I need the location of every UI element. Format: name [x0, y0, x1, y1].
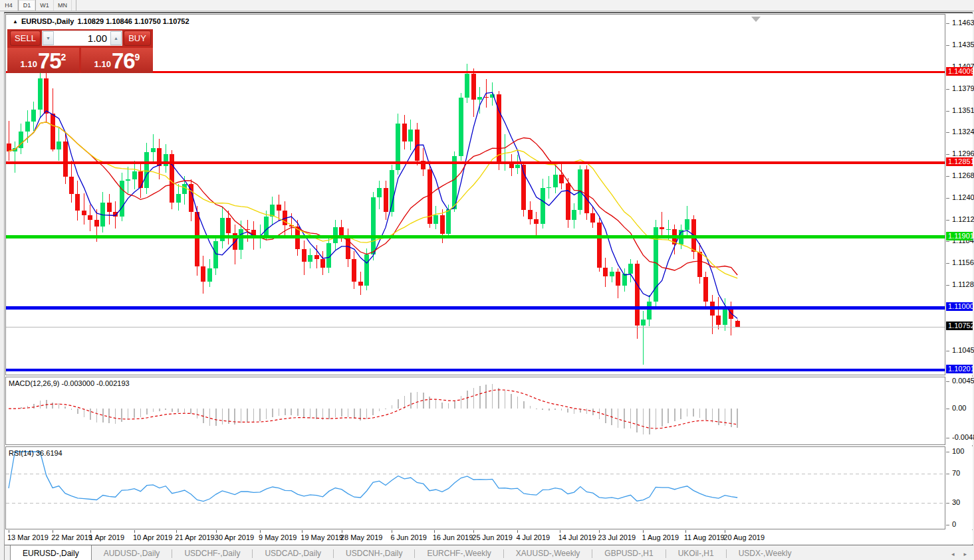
- date-label: 4 Jul 2019: [516, 533, 550, 541]
- price-tick-label: 1.10450: [952, 346, 974, 354]
- volume-increase-button[interactable]: ▲: [110, 31, 122, 45]
- hline-price-label: 1.12851: [946, 157, 973, 166]
- hline-price-label: 1.14009: [946, 67, 973, 76]
- axis-tick-mark: [946, 263, 949, 264]
- date-label: 20 Aug 2019: [723, 533, 765, 541]
- macd-tick-label: 0.004517: [952, 377, 974, 385]
- symbol-tab-usdcad-daily[interactable]: USDCAD-,Daily: [253, 545, 333, 560]
- date-tick-mark: [560, 530, 560, 533]
- chart-shift-marker-icon[interactable]: [751, 17, 761, 22]
- timeframe-toolbar: H4D1W1MN: [0, 0, 974, 11]
- symbol-tabbar: EURUSD-,DailyAUDUSD-,DailyUSDCHF-,DailyU…: [5, 545, 973, 560]
- date-label: 16 Jun 2019: [433, 533, 473, 541]
- symbol-tab-usdcnh-daily[interactable]: USDCNH-,Daily: [334, 545, 414, 560]
- chart-window: ▲ EURUSD-,Daily 1.10829 1.10846 1.10750 …: [4, 12, 973, 560]
- macd-tick-label: -0.004806: [952, 433, 974, 441]
- axis-tick-mark: [946, 45, 949, 46]
- price-axis[interactable]: 1.146351.143551.140751.137951.135151.132…: [946, 14, 973, 375]
- sell-button[interactable]: SELL: [10, 31, 41, 46]
- price-tick-label: 1.13795: [952, 84, 974, 92]
- date-axis[interactable]: 13 Mar 201922 Mar 20191 Apr 201910 Apr 2…: [5, 530, 973, 544]
- one-click-trading-panel: SELL ▼ 1.00 ▲ BUY 1.10 75 2 1.10 76 9: [7, 29, 153, 73]
- date-label: 13 Mar 2019: [7, 533, 49, 541]
- price-tick-label: 1.11565: [952, 258, 974, 266]
- symbol-tab-xauusd-weekly[interactable]: XAUUSD-,Weekly: [504, 545, 592, 560]
- sell-price-prefix: 1.10: [21, 58, 37, 71]
- axis-tick-mark: [946, 23, 949, 24]
- price-chart-panel[interactable]: ▲ EURUSD-,Daily 1.10829 1.10846 1.10750 …: [5, 14, 945, 375]
- rsi-value: 36.6194: [36, 449, 62, 457]
- current-price-label: 1.10752: [946, 322, 973, 330]
- symbol-tab-eurchf-weekly[interactable]: EURCHF-,Weekly: [415, 545, 503, 560]
- chart-title: ▲ EURUSD-,Daily 1.10829 1.10846 1.10750 …: [13, 17, 189, 25]
- timeframe-button-w1[interactable]: W1: [36, 0, 54, 11]
- date-label: 10 Apr 2019: [133, 533, 172, 541]
- axis-tick-mark: [946, 154, 949, 155]
- sell-price-sup: 2: [61, 54, 66, 60]
- price-tick-label: 1.13240: [952, 128, 974, 136]
- rsi-tick-label: 100: [952, 447, 964, 455]
- macd-chart: [6, 377, 945, 444]
- axis-tick-mark: [946, 132, 949, 133]
- symbol-tab-usdx-weekly[interactable]: USDX-,Weekly: [727, 545, 804, 560]
- buy-price-big: 76: [112, 51, 135, 71]
- axis-tick-mark: [946, 409, 949, 409]
- date-tick-mark: [392, 530, 392, 533]
- toolbar-separator: [76, 0, 76, 11]
- axis-tick-mark: [946, 503, 949, 504]
- date-label: 19 May 2019: [301, 533, 343, 541]
- axis-tick-mark: [946, 220, 949, 221]
- sell-price-display[interactable]: 1.10 75 2: [7, 48, 79, 73]
- date-label: 14 Jul 2019: [558, 533, 596, 541]
- date-tick-mark: [9, 530, 9, 533]
- tab-scroll-right-icon[interactable]: ▸: [963, 551, 967, 557]
- timeframe-button-d1[interactable]: D1: [18, 0, 36, 11]
- axis-tick-mark: [946, 285, 949, 286]
- price-tick-label: 1.13515: [952, 106, 974, 114]
- price-tick-label: 1.11285: [952, 280, 974, 288]
- date-label: 9 May 2019: [259, 533, 297, 541]
- axis-tick-mark: [946, 111, 949, 112]
- tab-scroll-left-icon[interactable]: ◂: [951, 551, 955, 557]
- symbol-tab-usdchf-daily[interactable]: USDCHF-,Daily: [172, 545, 252, 560]
- hline-price-label: 1.10201: [946, 365, 973, 373]
- date-tick-mark: [90, 530, 91, 533]
- buy-price-display[interactable]: 1.10 76 9: [81, 48, 153, 73]
- axis-tick-mark: [946, 198, 949, 199]
- date-label: 1 Aug 2019: [642, 533, 679, 541]
- date-label: 22 Mar 2019: [51, 533, 92, 541]
- volume-input[interactable]: 1.00: [54, 31, 110, 45]
- timeframe-button-mn[interactable]: MN: [54, 0, 72, 11]
- timeframe-button-h4[interactable]: H4: [0, 0, 18, 11]
- date-label: 21 Apr 2019: [175, 533, 214, 541]
- date-label: 11 Aug 2019: [684, 533, 725, 541]
- price-tick-label: 1.14635: [952, 19, 974, 27]
- symbol-tab-audusd-daily[interactable]: AUDUSD-,Daily: [92, 545, 172, 560]
- date-tick-mark: [599, 530, 600, 533]
- price-tick-label: 1.12960: [952, 149, 974, 157]
- rsi-tick-label: 0: [952, 520, 956, 528]
- rsi-panel[interactable]: RSI(14) 36.6194: [5, 446, 945, 529]
- date-tick-mark: [53, 530, 53, 533]
- symbol-tab-eurusd-daily[interactable]: EURUSD-,Daily: [10, 545, 92, 560]
- macd-panel[interactable]: MACD(12,26,9) -0.003000 -0.002193: [5, 377, 945, 445]
- chart-ohlc-values: 1.10829 1.10846 1.10750 1.10752: [77, 17, 189, 25]
- price-tick-label: 1.12400: [952, 193, 974, 201]
- volume-decrease-button[interactable]: ▼: [43, 31, 54, 45]
- price-tick-label: 1.14355: [952, 41, 974, 48]
- date-label: 28 May 2019: [340, 533, 383, 541]
- tab-scroll-arrows: ◂ ▸: [951, 545, 967, 560]
- symbol-tab-ukoil-h1[interactable]: UKOil-,H1: [666, 545, 726, 560]
- hline-price-label: 1.11000: [946, 302, 973, 311]
- macd-values: -0.003000 -0.002193: [61, 379, 129, 387]
- title-arrow-icon: ▲: [13, 19, 18, 25]
- rsi-label: RSI(14) 36.6194: [9, 449, 62, 457]
- macd-tick-label: 0.00: [952, 404, 966, 412]
- buy-button[interactable]: BUY: [124, 31, 151, 46]
- date-tick-mark: [685, 530, 686, 533]
- axis-tick-mark: [946, 381, 949, 382]
- rsi-tick-label: 30: [952, 498, 960, 506]
- date-label: 1 Apr 2019: [89, 533, 124, 541]
- symbol-tab-gbpusd-h1[interactable]: GBPUSD-,H1: [592, 545, 665, 560]
- rsi-tick-label: 70: [952, 469, 960, 477]
